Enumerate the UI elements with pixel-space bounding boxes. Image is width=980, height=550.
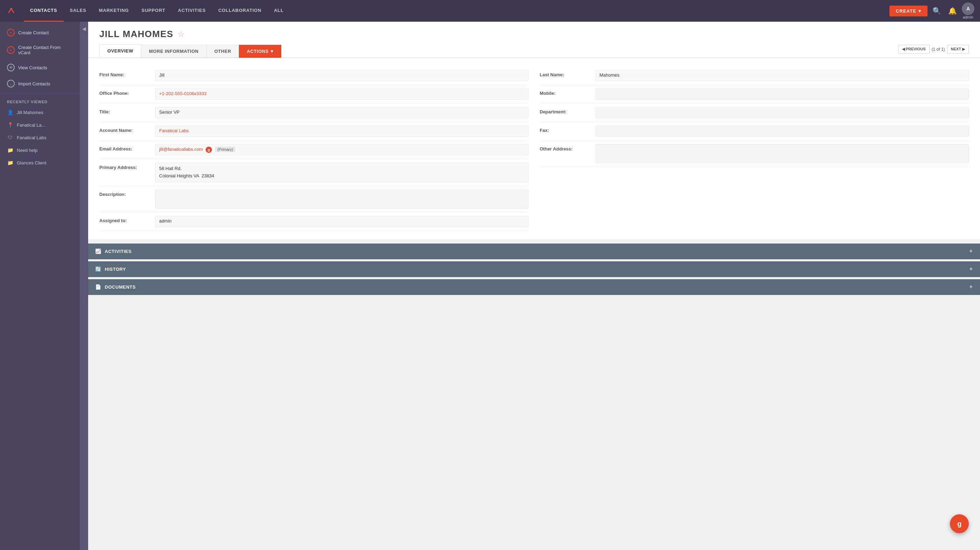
sidebar-item-fanatical-labs[interactable]: 🛡 Fanatical Labs ✏ <box>0 131 80 144</box>
subpanel-add-icon[interactable]: + <box>969 266 973 273</box>
tab-overview[interactable]: OVERVIEW <box>99 45 141 58</box>
create-button[interactable]: CREATE ▾ <box>889 6 928 16</box>
email-link[interactable]: jill@fanaticallabs.com <box>159 147 203 152</box>
last-name-label: Last Name: <box>540 70 596 77</box>
nav-item-all[interactable]: ALL <box>267 0 290 22</box>
content-area: JILL MAHOMES ☆ OVERVIEW MORE INFORMATION… <box>88 22 980 550</box>
office-phone-label: Office Phone: <box>99 89 155 96</box>
last-name-value: Mahomes <box>596 70 969 81</box>
main-layout: + Create Contact + Create Contact From v… <box>0 22 980 550</box>
department-label: Department: <box>540 107 596 115</box>
subpanel-activities[interactable]: 📈 ACTIVITIES + <box>88 244 980 259</box>
assigned-to-label: Assigned to: <box>99 216 155 223</box>
nav-item-marketing[interactable]: MARKETING <box>93 0 135 22</box>
chevron-down-icon: ▾ <box>918 8 921 14</box>
contact-form: First Name: Jill Office Phone: +1-202-55… <box>88 58 980 239</box>
field-assigned-to: Assigned to: admin <box>99 212 528 231</box>
admin-menu[interactable]: A admin <box>962 2 974 19</box>
first-name-value: Jill <box>155 70 528 81</box>
nav-item-activities[interactable]: ACTIVITIES <box>172 0 212 22</box>
nav-item-collaboration[interactable]: COLLABORATION <box>212 0 267 22</box>
first-name-label: First Name: <box>99 70 155 77</box>
chevron-down-icon: ▾ <box>271 49 274 54</box>
tab-more-information[interactable]: MORE INFORMATION <box>141 45 206 58</box>
email-label: Email Address: <box>99 144 155 151</box>
subpanel-add-icon[interactable]: + <box>969 248 973 255</box>
fax-label: Fax: <box>540 126 596 133</box>
account-name-value[interactable]: Fanatical Labs <box>155 126 528 137</box>
nav-menu: CONTACTS SALES MARKETING SUPPORT ACTIVIT… <box>24 0 889 22</box>
office-phone-value[interactable]: +1-202-555-0106x3333 <box>155 89 528 100</box>
sidebar-item-create-contact-vcard[interactable]: + Create Contact From vCard <box>0 41 80 59</box>
assigned-to-value: admin <box>155 216 528 227</box>
nav-item-sales[interactable]: SALES <box>64 0 93 22</box>
search-button[interactable]: 🔍 <box>930 5 943 17</box>
field-description: Description: <box>99 186 528 212</box>
tab-other[interactable]: OTHER <box>206 45 239 58</box>
mobile-value <box>596 89 969 100</box>
contact-header: JILL MAHOMES ☆ OVERVIEW MORE INFORMATION… <box>88 22 980 58</box>
contact-name: JILL MAHOMES <box>99 29 173 40</box>
form-left-column: First Name: Jill Office Phone: +1-202-55… <box>99 67 534 231</box>
form-grid: First Name: Jill Office Phone: +1-202-55… <box>99 67 969 231</box>
g-suite-icon: g <box>206 147 212 153</box>
tab-actions[interactable]: ACTIONS ▾ <box>239 45 282 58</box>
mobile-label: Mobile: <box>540 89 596 96</box>
nav-item-support[interactable]: SUPPORT <box>135 0 172 22</box>
form-right-column: Last Name: Mahomes Mobile: Department: F… <box>534 67 969 231</box>
subpanel-documents[interactable]: 📄 DOCUMENTS + <box>88 279 980 295</box>
admin-label: admin <box>963 15 974 19</box>
email-primary-badge: (Primary) <box>215 147 235 152</box>
field-title: Title: Senior VP <box>99 104 528 122</box>
field-first-name: First Name: Jill <box>99 67 528 85</box>
plus-circle-icon: + <box>7 46 15 54</box>
other-address-value <box>596 144 969 163</box>
field-office-phone: Office Phone: +1-202-555-0106x3333 <box>99 85 528 104</box>
sidebar: + Create Contact + Create Contact From v… <box>0 22 80 550</box>
contact-title-row: JILL MAHOMES ☆ <box>99 29 969 40</box>
description-label: Description: <box>99 190 155 197</box>
field-department: Department: <box>540 104 969 122</box>
nav-logo[interactable] <box>6 5 17 16</box>
pin-icon: 📍 <box>7 122 13 128</box>
sidebar-item-create-contact[interactable]: + Create Contact <box>0 24 80 41</box>
tabs-row: OVERVIEW MORE INFORMATION OTHER ACTIONS … <box>99 45 281 58</box>
glances-fab-button[interactable]: g <box>950 514 969 533</box>
sidebar-item-need-help[interactable]: 📁 Need help ✏ <box>0 144 80 156</box>
sidebar-item-view-contacts[interactable]: 👁 View Contacts <box>0 59 80 76</box>
sidebar-item-fanatical-la[interactable]: 📍 Fanatical La... ✏ <box>0 119 80 131</box>
shield-icon: 🛡 <box>7 134 13 141</box>
description-value <box>155 190 528 209</box>
pagination: ◀ PREVIOUS (1 of 1) NEXT ▶ <box>898 45 969 54</box>
subpanel-add-icon[interactable]: + <box>969 284 973 291</box>
star-icon[interactable]: ☆ <box>178 30 185 39</box>
field-fax: Fax: <box>540 122 969 141</box>
sidebar-item-import-contacts[interactable]: ↓ Import Contacts <box>0 76 80 92</box>
department-value <box>596 107 969 118</box>
chevron-left-icon: ◀ <box>82 26 86 32</box>
sidebar-item-glances-client[interactable]: 📁 Glances Client ✏ <box>0 156 80 169</box>
previous-button[interactable]: ◀ PREVIOUS <box>898 45 930 54</box>
primary-address-value: 58 Hall Rd.Colonial Heights VA 23834 <box>155 163 528 182</box>
plus-icon: + <box>7 29 15 37</box>
subpanel-history[interactable]: 🔄 HISTORY + <box>88 261 980 277</box>
sidebar-item-jill-mahomes[interactable]: 👤 Jill Mahomes ✏ <box>0 106 80 119</box>
nav-right-actions: CREATE ▾ 🔍 🔔 A admin <box>889 2 974 19</box>
download-icon: ↓ <box>7 80 15 88</box>
documents-icon: 📄 <box>95 284 102 290</box>
folder-icon: 📁 <box>7 159 13 166</box>
fax-value <box>596 126 969 137</box>
subpanels: 📈 ACTIVITIES + 🔄 HISTORY + 📄 DOCUMENTS + <box>88 244 980 295</box>
nav-item-contacts[interactable]: CONTACTS <box>24 0 64 22</box>
primary-address-label: Primary Address: <box>99 163 155 170</box>
avatar: A <box>962 2 974 15</box>
email-value: jill@fanaticallabs.com g (Primary) <box>155 144 528 155</box>
field-account-name: Account Name: Fanatical Labs <box>99 122 528 141</box>
next-button[interactable]: NEXT ▶ <box>947 45 969 54</box>
recently-viewed-title: Recently Viewed <box>0 95 80 106</box>
person-icon: 👤 <box>7 109 13 115</box>
notifications-button[interactable]: 🔔 <box>946 5 959 17</box>
history-icon: 🔄 <box>95 266 102 272</box>
sidebar-collapse-toggle[interactable]: ◀ <box>80 22 88 550</box>
folder-icon: 📁 <box>7 147 13 153</box>
